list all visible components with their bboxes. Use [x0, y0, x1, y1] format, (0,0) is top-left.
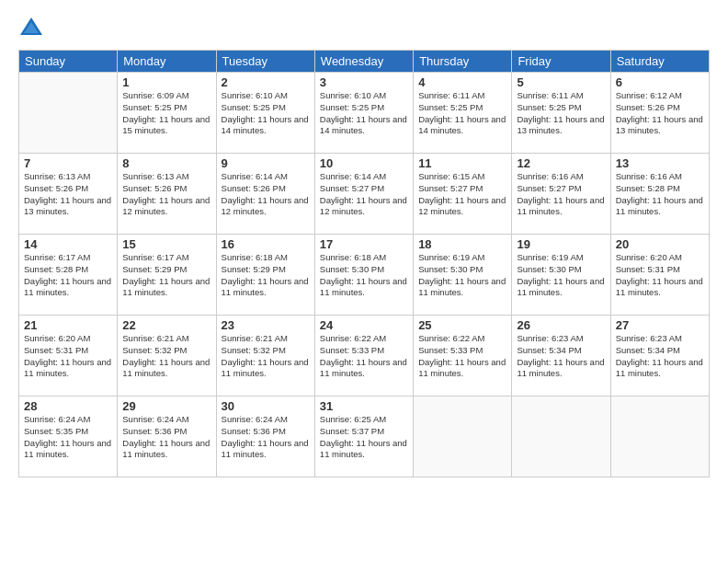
- day-cell: 16Sunrise: 6:18 AM Sunset: 5:29 PM Dayli…: [216, 235, 314, 316]
- day-info: Sunrise: 6:09 AM Sunset: 5:25 PM Dayligh…: [122, 90, 210, 137]
- day-info: Sunrise: 6:10 AM Sunset: 5:25 PM Dayligh…: [222, 90, 310, 137]
- day-cell: 11Sunrise: 6:15 AM Sunset: 5:27 PM Dayli…: [414, 154, 512, 235]
- day-cell: 18Sunrise: 6:19 AM Sunset: 5:30 PM Dayli…: [414, 235, 512, 316]
- day-cell: 30Sunrise: 6:24 AM Sunset: 5:36 PM Dayli…: [216, 396, 314, 477]
- day-number: 31: [320, 399, 408, 413]
- day-info: Sunrise: 6:18 AM Sunset: 5:29 PM Dayligh…: [222, 252, 310, 299]
- day-number: 5: [517, 75, 605, 89]
- day-info: Sunrise: 6:21 AM Sunset: 5:32 PM Dayligh…: [222, 333, 310, 380]
- day-info: Sunrise: 6:23 AM Sunset: 5:34 PM Dayligh…: [517, 333, 605, 380]
- day-cell: 19Sunrise: 6:19 AM Sunset: 5:30 PM Dayli…: [512, 235, 610, 316]
- day-info: Sunrise: 6:24 AM Sunset: 5:35 PM Dayligh…: [24, 414, 112, 461]
- day-info: Sunrise: 6:16 AM Sunset: 5:27 PM Dayligh…: [517, 171, 605, 218]
- logo: [18, 15, 48, 40]
- day-number: 16: [222, 237, 310, 251]
- day-cell: 27Sunrise: 6:23 AM Sunset: 5:34 PM Dayli…: [610, 316, 709, 396]
- day-info: Sunrise: 6:16 AM Sunset: 5:28 PM Dayligh…: [616, 171, 704, 218]
- day-info: Sunrise: 6:23 AM Sunset: 5:34 PM Dayligh…: [616, 333, 704, 380]
- day-number: 6: [616, 75, 704, 89]
- day-cell: 23Sunrise: 6:21 AM Sunset: 5:32 PM Dayli…: [216, 316, 314, 396]
- day-number: 17: [320, 237, 408, 251]
- day-number: 22: [122, 318, 210, 332]
- day-info: Sunrise: 6:18 AM Sunset: 5:30 PM Dayligh…: [320, 252, 408, 299]
- day-number: 23: [222, 318, 310, 332]
- day-number: 25: [418, 318, 506, 332]
- day-cell: 28Sunrise: 6:24 AM Sunset: 5:35 PM Dayli…: [19, 396, 118, 477]
- day-cell: 12Sunrise: 6:16 AM Sunset: 5:27 PM Dayli…: [512, 154, 610, 235]
- day-cell: 3Sunrise: 6:10 AM Sunset: 5:25 PM Daylig…: [314, 73, 413, 154]
- day-number: 30: [222, 399, 310, 413]
- day-info: Sunrise: 6:20 AM Sunset: 5:31 PM Dayligh…: [616, 252, 704, 299]
- day-info: Sunrise: 6:20 AM Sunset: 5:31 PM Dayligh…: [24, 333, 112, 380]
- day-info: Sunrise: 6:25 AM Sunset: 5:37 PM Dayligh…: [320, 414, 408, 461]
- day-info: Sunrise: 6:13 AM Sunset: 5:26 PM Dayligh…: [24, 171, 112, 218]
- day-info: Sunrise: 6:15 AM Sunset: 5:27 PM Dayligh…: [418, 171, 506, 218]
- day-number: 19: [517, 237, 605, 251]
- day-cell: 14Sunrise: 6:17 AM Sunset: 5:28 PM Dayli…: [19, 235, 118, 316]
- day-info: Sunrise: 6:11 AM Sunset: 5:25 PM Dayligh…: [517, 90, 605, 137]
- day-cell: 7Sunrise: 6:13 AM Sunset: 5:26 PM Daylig…: [19, 154, 118, 235]
- column-header-wednesday: Wednesday: [314, 51, 413, 73]
- day-info: Sunrise: 6:22 AM Sunset: 5:33 PM Dayligh…: [320, 333, 408, 380]
- day-cell: 20Sunrise: 6:20 AM Sunset: 5:31 PM Dayli…: [610, 235, 709, 316]
- day-cell: 26Sunrise: 6:23 AM Sunset: 5:34 PM Dayli…: [512, 316, 610, 396]
- week-row-4: 21Sunrise: 6:20 AM Sunset: 5:31 PM Dayli…: [19, 316, 710, 396]
- day-info: Sunrise: 6:21 AM Sunset: 5:32 PM Dayligh…: [122, 333, 210, 380]
- calendar-table: SundayMondayTuesdayWednesdayThursdayFrid…: [18, 50, 710, 477]
- day-number: 15: [122, 237, 210, 251]
- day-cell: 22Sunrise: 6:21 AM Sunset: 5:32 PM Dayli…: [118, 316, 216, 396]
- day-info: Sunrise: 6:22 AM Sunset: 5:33 PM Dayligh…: [418, 333, 506, 380]
- day-number: 20: [616, 237, 704, 251]
- logo-icon: [18, 15, 44, 40]
- day-number: 29: [122, 399, 210, 413]
- day-number: 7: [24, 156, 112, 170]
- day-info: Sunrise: 6:10 AM Sunset: 5:25 PM Dayligh…: [320, 90, 408, 137]
- day-number: 27: [616, 318, 704, 332]
- day-info: Sunrise: 6:17 AM Sunset: 5:29 PM Dayligh…: [122, 252, 210, 299]
- day-cell: 8Sunrise: 6:13 AM Sunset: 5:26 PM Daylig…: [118, 154, 216, 235]
- column-header-friday: Friday: [512, 51, 610, 73]
- day-number: 9: [222, 156, 310, 170]
- column-header-thursday: Thursday: [414, 51, 512, 73]
- day-info: Sunrise: 6:14 AM Sunset: 5:26 PM Dayligh…: [222, 171, 310, 218]
- week-row-3: 14Sunrise: 6:17 AM Sunset: 5:28 PM Dayli…: [19, 235, 710, 316]
- day-number: 14: [24, 237, 112, 251]
- day-cell: 9Sunrise: 6:14 AM Sunset: 5:26 PM Daylig…: [216, 154, 314, 235]
- week-row-5: 28Sunrise: 6:24 AM Sunset: 5:35 PM Dayli…: [19, 396, 710, 477]
- day-cell: [414, 396, 512, 477]
- column-header-saturday: Saturday: [610, 51, 709, 73]
- day-cell: 4Sunrise: 6:11 AM Sunset: 5:25 PM Daylig…: [414, 73, 512, 154]
- day-cell: 25Sunrise: 6:22 AM Sunset: 5:33 PM Dayli…: [414, 316, 512, 396]
- day-cell: 21Sunrise: 6:20 AM Sunset: 5:31 PM Dayli…: [19, 316, 118, 396]
- day-cell: [19, 73, 118, 154]
- day-cell: 17Sunrise: 6:18 AM Sunset: 5:30 PM Dayli…: [314, 235, 413, 316]
- day-number: 10: [320, 156, 408, 170]
- day-number: 11: [418, 156, 506, 170]
- day-cell: 6Sunrise: 6:12 AM Sunset: 5:26 PM Daylig…: [610, 73, 709, 154]
- day-number: 13: [616, 156, 704, 170]
- day-cell: 1Sunrise: 6:09 AM Sunset: 5:25 PM Daylig…: [118, 73, 216, 154]
- day-number: 4: [418, 75, 506, 89]
- day-info: Sunrise: 6:24 AM Sunset: 5:36 PM Dayligh…: [122, 414, 210, 461]
- day-cell: 31Sunrise: 6:25 AM Sunset: 5:37 PM Dayli…: [314, 396, 413, 477]
- day-cell: 5Sunrise: 6:11 AM Sunset: 5:25 PM Daylig…: [512, 73, 610, 154]
- day-info: Sunrise: 6:19 AM Sunset: 5:30 PM Dayligh…: [418, 252, 506, 299]
- day-info: Sunrise: 6:14 AM Sunset: 5:27 PM Dayligh…: [320, 171, 408, 218]
- day-number: 24: [320, 318, 408, 332]
- column-header-monday: Monday: [118, 51, 216, 73]
- day-number: 1: [122, 75, 210, 89]
- week-row-2: 7Sunrise: 6:13 AM Sunset: 5:26 PM Daylig…: [19, 154, 710, 235]
- day-cell: 29Sunrise: 6:24 AM Sunset: 5:36 PM Dayli…: [118, 396, 216, 477]
- day-number: 2: [222, 75, 310, 89]
- day-cell: [610, 396, 709, 477]
- day-cell: 13Sunrise: 6:16 AM Sunset: 5:28 PM Dayli…: [610, 154, 709, 235]
- day-number: 3: [320, 75, 408, 89]
- day-number: 21: [24, 318, 112, 332]
- day-info: Sunrise: 6:11 AM Sunset: 5:25 PM Dayligh…: [418, 90, 506, 137]
- column-header-sunday: Sunday: [19, 51, 118, 73]
- day-number: 28: [24, 399, 112, 413]
- day-info: Sunrise: 6:17 AM Sunset: 5:28 PM Dayligh…: [24, 252, 112, 299]
- page: SundayMondayTuesdayWednesdayThursdayFrid…: [0, 0, 728, 563]
- day-cell: 2Sunrise: 6:10 AM Sunset: 5:25 PM Daylig…: [216, 73, 314, 154]
- column-header-tuesday: Tuesday: [216, 51, 314, 73]
